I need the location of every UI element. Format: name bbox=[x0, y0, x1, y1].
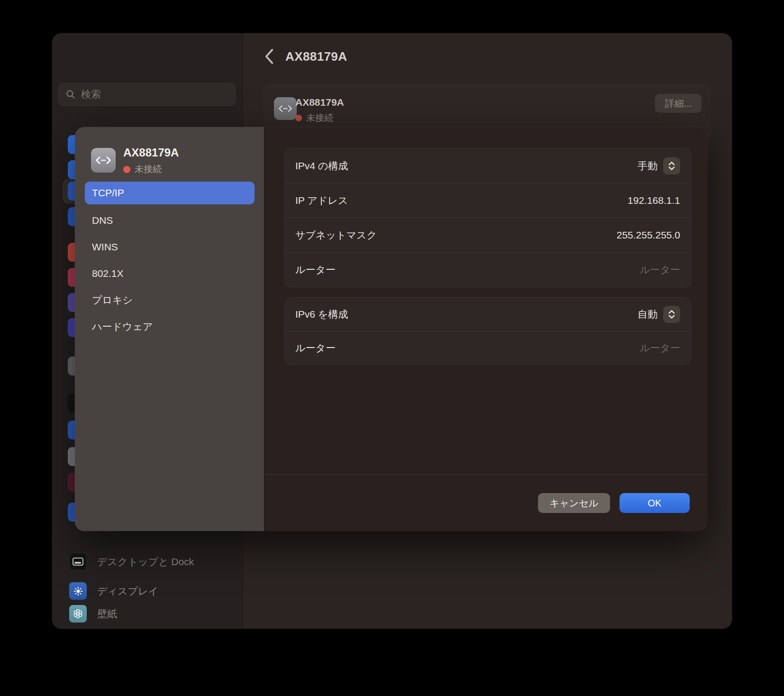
sidebar-item-display: ディスプレイ bbox=[52, 582, 242, 600]
popup-value: 手動 bbox=[638, 159, 657, 173]
tcpip-settings-dialog: AX88179A 未接続 TCP/IP DNS WINS 802.1X プロキシ… bbox=[75, 127, 707, 531]
cancel-button[interactable]: キャンセル bbox=[538, 493, 610, 513]
ipv6-router-row: ルーター ルーター bbox=[285, 331, 691, 364]
ipv6-router-field[interactable]: ルーター bbox=[640, 341, 680, 355]
tab-proxies[interactable]: プロキシ bbox=[85, 289, 255, 311]
field-label: IPv6 を構成 bbox=[295, 308, 348, 321]
field-label: サブネットマスク bbox=[295, 229, 377, 242]
field-label: IPv4 の構成 bbox=[295, 159, 348, 173]
details-button: 詳細... bbox=[655, 94, 702, 113]
router-row: ルーター ルーター bbox=[285, 252, 691, 287]
adapter-status: 未接続 bbox=[295, 112, 333, 124]
status-dot-icon bbox=[295, 115, 302, 121]
wallpaper-icon bbox=[69, 605, 87, 623]
status-dot-icon bbox=[123, 166, 130, 173]
search-icon bbox=[65, 89, 76, 100]
search-placeholder: 検索 bbox=[81, 88, 101, 101]
ethernet-adapter-icon bbox=[274, 97, 297, 120]
field-label: IP アドレス bbox=[295, 194, 348, 207]
dialog-sidebar: AX88179A 未接続 TCP/IP DNS WINS 802.1X プロキシ… bbox=[75, 127, 264, 531]
subnet-mask-row: サブネットマスク 255.255.255.0 bbox=[285, 218, 691, 252]
display-icon bbox=[69, 582, 87, 600]
status-text: 未接続 bbox=[306, 112, 333, 124]
popup-chevrons-icon bbox=[663, 157, 680, 174]
sidebar-item-wallpaper: 壁紙 bbox=[52, 605, 242, 623]
adapter-name: AX88179A bbox=[123, 146, 179, 159]
tab-dns[interactable]: DNS bbox=[85, 209, 255, 232]
ipv6-group: IPv6 を構成 自動 ルーター ルーター bbox=[284, 297, 691, 365]
sidebar-item-label: ディスプレイ bbox=[97, 585, 158, 598]
popup-value: 自動 bbox=[638, 308, 657, 321]
page-title: AX88179A bbox=[285, 49, 347, 64]
sidebar-item-label: デスクトップと Dock bbox=[97, 555, 194, 568]
footer-divider bbox=[264, 474, 707, 475]
ethernet-adapter-icon bbox=[91, 148, 116, 173]
page-header: AX88179A bbox=[264, 48, 347, 64]
adapter-name: AX88179A bbox=[295, 97, 344, 108]
popup-chevrons-icon bbox=[663, 306, 680, 323]
desktop-dock-icon bbox=[69, 553, 87, 570]
field-label: ルーター bbox=[295, 263, 336, 276]
ipv4-configure-row: IPv4 の構成 手動 bbox=[285, 148, 691, 183]
tab-tcpip[interactable]: TCP/IP bbox=[85, 182, 255, 204]
search-input: 検索 bbox=[58, 83, 236, 106]
ok-button[interactable]: OK bbox=[620, 493, 690, 513]
screen: 検索 デスクトップと Dock bbox=[0, 0, 784, 696]
status-text: 未接続 bbox=[135, 163, 162, 175]
back-button bbox=[264, 48, 275, 64]
dialog-content: IPv4 の構成 手動 IP アドレス 192.168.1.1 bbox=[264, 127, 707, 531]
ip-address-field[interactable]: 192.168.1.1 bbox=[628, 195, 680, 206]
ipv4-configure-popup[interactable]: 手動 bbox=[638, 157, 680, 174]
ipv4-group: IPv4 の構成 手動 IP アドレス 192.168.1.1 bbox=[284, 148, 691, 287]
sidebar-item-desktop-dock: デスクトップと Dock bbox=[52, 553, 242, 570]
subnet-mask-field[interactable]: 255.255.255.0 bbox=[617, 229, 680, 241]
ipv6-configure-popup[interactable]: 自動 bbox=[638, 306, 680, 323]
router-field[interactable]: ルーター bbox=[640, 263, 680, 276]
tab-wins[interactable]: WINS bbox=[85, 236, 255, 258]
sidebar-item-label: 壁紙 bbox=[97, 607, 117, 621]
adapter-status: 未接続 bbox=[123, 163, 162, 175]
tab-8021x[interactable]: 802.1X bbox=[85, 262, 255, 285]
field-label: ルーター bbox=[295, 341, 336, 355]
ipv6-configure-row: IPv6 を構成 自動 bbox=[285, 298, 691, 331]
ip-address-row: IP アドレス 192.168.1.1 bbox=[285, 183, 691, 218]
tab-hardware[interactable]: ハードウェア bbox=[85, 315, 255, 338]
chevron-left-icon bbox=[264, 48, 275, 64]
